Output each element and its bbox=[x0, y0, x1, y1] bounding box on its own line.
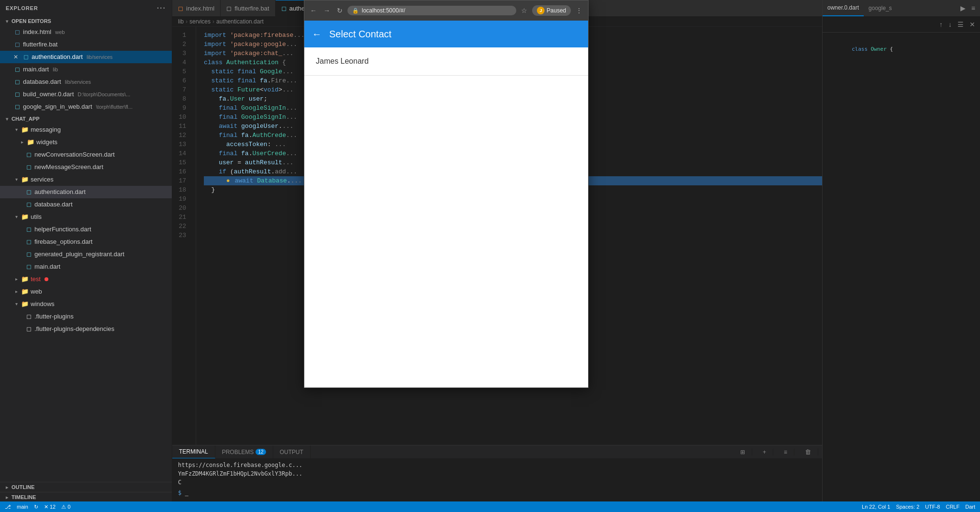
close-tab-icon[interactable]: ✕ bbox=[13, 52, 18, 62]
open-editor-google-sign-in[interactable]: ◻ google_sign_in_web.dart \torph\flutter… bbox=[0, 101, 172, 113]
user-avatar: J bbox=[537, 7, 545, 14]
search-close-icon[interactable]: ✕ bbox=[969, 20, 976, 29]
utils-chevron bbox=[13, 212, 19, 222]
folder-messaging[interactable]: 📁 messaging bbox=[0, 124, 172, 136]
terminal-split-icon[interactable]: ⊞ bbox=[734, 449, 752, 455]
app-back-button[interactable]: ← bbox=[312, 29, 322, 40]
browser-refresh-button[interactable]: ↻ bbox=[335, 6, 345, 15]
search-list-icon[interactable]: ☰ bbox=[957, 20, 965, 29]
app-header: ← Select Contact bbox=[304, 21, 588, 47]
file-generated-plugin[interactable]: ◻ generated_plugin_registrant.dart bbox=[0, 248, 172, 261]
terminal-line-1: https://console.firebase.google.c... bbox=[178, 461, 816, 469]
chat-app-chevron bbox=[4, 116, 10, 122]
widgets-folder-icon: 📁 bbox=[27, 137, 34, 148]
folder-utils[interactable]: 📁 utils bbox=[0, 211, 172, 223]
ln-col-label: Ln 22, Col 1 bbox=[862, 504, 890, 510]
open-editors-header[interactable]: OPEN EDITORS bbox=[0, 16, 172, 26]
open-editor-build-owner[interactable]: ◻ build_owner.0.dart D:\torph\Documents\… bbox=[0, 88, 172, 101]
bat-tab-icon: ◻ bbox=[226, 5, 232, 12]
folder-test[interactable]: 📁 test bbox=[0, 273, 172, 285]
run-icon[interactable]: ▶ bbox=[959, 3, 967, 13]
search-up-icon[interactable]: ↑ bbox=[938, 20, 944, 29]
html-file-icon: ◻ bbox=[13, 27, 21, 37]
problems-tab[interactable]: PROBLEMS 12 bbox=[215, 445, 273, 458]
folder-web[interactable]: 📁 web bbox=[0, 285, 172, 298]
folder-windows[interactable]: 📁 windows bbox=[0, 298, 172, 310]
browser-url-bar[interactable]: 🔒 localhost:5000/#/ bbox=[347, 6, 516, 15]
folder-services[interactable]: 📁 services bbox=[0, 173, 172, 186]
encoding-label: UTF-8 bbox=[925, 504, 940, 510]
browser-actions: ☆ J Paused ⋮ bbox=[519, 5, 584, 16]
lock-icon: 🔒 bbox=[352, 8, 359, 14]
terminal-cursor: $ _ bbox=[178, 489, 816, 497]
app-content: James Leonard bbox=[304, 47, 588, 387]
new-conversation-icon: ◻ bbox=[25, 149, 33, 160]
file-authentication-dart[interactable]: ◻ authentication.dart bbox=[0, 186, 172, 198]
paused-badge[interactable]: J Paused bbox=[532, 5, 571, 16]
file-new-conversation[interactable]: ◻ newConversationScreen.dart bbox=[0, 148, 172, 161]
browser-overlay: ← → ↻ 🔒 localhost:5000/#/ ☆ J Paused ⋮ ←… bbox=[304, 0, 589, 388]
open-editor-database[interactable]: ◻ database.dart lib/services bbox=[0, 76, 172, 88]
build-owner-icon: ◻ bbox=[13, 89, 21, 100]
auth-dart-icon: ◻ bbox=[25, 187, 33, 197]
dart-file-icon: ◻ bbox=[22, 52, 30, 62]
open-editor-main[interactable]: ◻ main.dart lib bbox=[0, 63, 172, 76]
terminal-line-3: C bbox=[178, 478, 816, 487]
file-new-message[interactable]: ◻ newMessageScreen.dart bbox=[0, 161, 172, 173]
file-database-dart[interactable]: ◻ database.dart bbox=[0, 198, 172, 211]
git-branch-icon: ⎇ bbox=[5, 504, 11, 510]
output-tab[interactable]: OUTPUT bbox=[273, 445, 311, 458]
outline-section[interactable]: OUTLINE bbox=[0, 482, 172, 492]
errors-label: ✕ 12 bbox=[44, 504, 56, 510]
list-icon[interactable]: ≡ bbox=[970, 3, 976, 13]
sync-icon: ↻ bbox=[34, 504, 38, 510]
bookmark-icon[interactable]: ☆ bbox=[519, 6, 529, 15]
file-firebase-options[interactable]: ◻ firebase_options.dart bbox=[0, 236, 172, 248]
test-folder-icon: 📁 bbox=[21, 274, 29, 284]
language-label: Dart bbox=[965, 504, 975, 510]
dart-tab-icon: ◻ bbox=[281, 5, 287, 12]
services-chevron bbox=[13, 174, 19, 185]
db-dart-icon: ◻ bbox=[25, 199, 33, 210]
folder-widgets[interactable]: 📁 widgets bbox=[0, 136, 172, 148]
database-dart-icon: ◻ bbox=[13, 77, 21, 87]
timeline-section[interactable]: TIMELINE bbox=[0, 492, 172, 502]
chat-app-header[interactable]: CHAT_APP bbox=[0, 114, 172, 124]
file-flutter-plugins-deps[interactable]: ◻ .flutter-plugins-dependencies bbox=[0, 323, 172, 335]
html-tab-icon: ◻ bbox=[178, 5, 183, 12]
file-helper-functions[interactable]: ◻ helperFunctions.dart bbox=[0, 223, 172, 236]
terminal-tab[interactable]: TERMINAL bbox=[172, 445, 215, 458]
git-branch-label: main bbox=[17, 504, 28, 510]
new-message-icon: ◻ bbox=[25, 162, 33, 172]
tab-index-html[interactable]: ◻ index.html bbox=[172, 0, 221, 16]
right-panel-search-actions: ↑ ↓ ☰ ✕ bbox=[823, 17, 980, 33]
windows-folder-icon: 📁 bbox=[21, 299, 29, 309]
web-folder-icon: 📁 bbox=[21, 286, 29, 297]
test-error-dot bbox=[45, 277, 48, 281]
generated-plugin-icon: ◻ bbox=[25, 249, 33, 260]
open-editor-authentication[interactable]: ✕ ◻ authentication.dart lib/services bbox=[0, 51, 172, 63]
search-down-icon[interactable]: ↓ bbox=[947, 20, 953, 29]
google-sign-in-icon: ◻ bbox=[13, 102, 21, 112]
right-tab-google[interactable]: google_s bbox=[864, 0, 897, 16]
terminal-actions-icon[interactable]: ≡ bbox=[777, 449, 794, 455]
browser-forward-button[interactable]: → bbox=[322, 6, 332, 15]
terminal-new-icon[interactable]: + bbox=[756, 449, 773, 455]
file-flutter-plugins[interactable]: ◻ .flutter-plugins bbox=[0, 310, 172, 323]
tab-flutterfire[interactable]: ◻ flutterfire.bat bbox=[221, 0, 275, 16]
browser-chrome: ← → ↻ 🔒 localhost:5000/#/ ☆ J Paused ⋮ bbox=[304, 0, 588, 21]
browser-more-icon[interactable]: ⋮ bbox=[574, 6, 584, 15]
right-tab-owner[interactable]: owner.0.dart bbox=[823, 0, 864, 16]
app-title: Select Contact bbox=[329, 29, 391, 40]
terminal-trash-icon[interactable]: 🗑 bbox=[798, 448, 818, 455]
browser-back-button[interactable]: ← bbox=[308, 6, 319, 15]
open-editor-flutterfire[interactable]: ◻ flutterfire.bat bbox=[0, 38, 172, 51]
utils-folder-icon: 📁 bbox=[21, 212, 29, 222]
file-main-dart-utils[interactable]: ◻ main.dart bbox=[0, 261, 172, 273]
contact-james-leonard[interactable]: James Leonard bbox=[304, 47, 588, 76]
main-dart-utils-icon: ◻ bbox=[25, 262, 33, 272]
right-tabs: owner.0.dart google_s ▶ ≡ bbox=[823, 0, 980, 17]
right-panel-content[interactable]: class Owner { bbox=[823, 33, 980, 512]
open-editor-index-html[interactable]: ◻ index.html web bbox=[0, 26, 172, 38]
timeline-chevron bbox=[4, 495, 10, 500]
